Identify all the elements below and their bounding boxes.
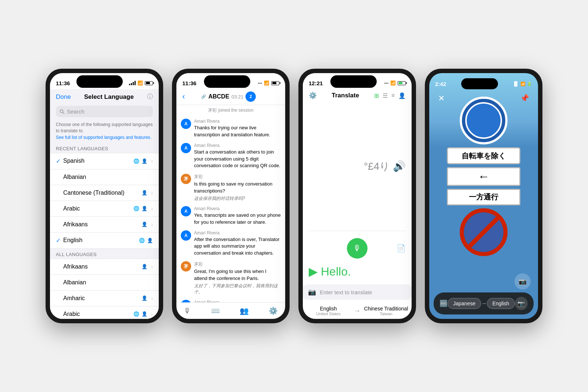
chat-text: Thanks for trying our new live transcrip… [194, 125, 281, 139]
info-button[interactable]: ⓘ [147, 93, 153, 101]
language-name: Afrikaans [63, 221, 141, 228]
svg-point-2 [466, 103, 501, 138]
phone2-time: 11:36 [182, 80, 196, 86]
source-lang-pill[interactable]: Japanese [448, 298, 481, 309]
keyboard-icon[interactable]: ⌨️ [211, 306, 220, 315]
language-name: English [63, 237, 139, 244]
phone1-status-icons: 📶 [129, 80, 153, 86]
camera-background: 自転車を除く ← 一方通行 📷 [429, 73, 538, 319]
phones-container: 11:36 📶 Done Se [31, 54, 557, 338]
phone2-toolbar: 🎙 ⌨️ 👥 ⚙️ [176, 302, 285, 319]
person-icon: 👤 [141, 264, 147, 269]
all-lang-item[interactable]: Afrikaans 👤 › [50, 259, 159, 275]
chat-text: Start a conversation ask others to join … [194, 149, 281, 170]
translate-input[interactable]: Enter text to translate [320, 289, 406, 295]
close-button[interactable]: ✕ [438, 94, 445, 103]
camera-btn-overlay[interactable]: 📷 [514, 273, 531, 289]
all-lang-item[interactable]: Arabic 🌐 👤 › [50, 306, 159, 319]
supported-languages-link[interactable]: See full list of supported languages and… [50, 135, 159, 143]
recent-lang-item[interactable]: ✓ Spanish 🌐 👤 › [50, 153, 159, 169]
recent-lang-item[interactable]: Albanian [50, 169, 159, 185]
pin-button[interactable]: 📌 [520, 94, 529, 103]
recent-languages-group: ✓ Spanish 🌐 👤 › Albanian Cantonese (Trad… [50, 153, 159, 249]
recent-lang-item[interactable]: ✓ English 🌐 👤 [50, 233, 159, 249]
phone3-status-bar: 12:21 ••• 📶 [303, 73, 412, 89]
chat-sender: Amari Rivera [194, 143, 281, 148]
phone3-title: Translate [332, 92, 359, 99]
phone1: 11:36 📶 Done Se [46, 69, 163, 323]
phone3-input-area[interactable]: 📷 Enter text to translate [303, 284, 412, 300]
settings-icon[interactable]: ⚙️ [269, 306, 278, 315]
phone1-header: Done Select Language ⓘ [50, 89, 159, 103]
battery-icon [398, 81, 406, 85]
phone4-screen: 自転車を除く ← 一方通行 📷 [429, 73, 538, 319]
microphone-button[interactable]: 🎙 [347, 238, 368, 259]
chat-message: A Amari Rivera Oh, you're heading to Par… [181, 300, 281, 302]
play-icon[interactable]: ▶ [309, 265, 318, 278]
phone2: 11:36 ••• 📶 ‹ 🔗 ABCDE 03:21 [172, 69, 290, 323]
conv-id: ABCDE [208, 93, 229, 100]
swap-language-icon[interactable]: → [354, 307, 361, 315]
chevron-right-icon: › [151, 264, 153, 270]
phone1-search-container: Search [50, 103, 159, 120]
chevron-right-icon: › [151, 295, 153, 301]
chat-list: A Amari Rivera Thanks for trying our new… [176, 116, 285, 302]
all-lang-item[interactable]: Amharic 👤 › [50, 291, 159, 306]
phone3-mic-area: 🎙 📄 [309, 235, 406, 263]
lang-feature-icons: 👤 › [141, 264, 153, 270]
grid-icon[interactable]: ⊞ [374, 92, 379, 99]
list-icon[interactable]: ☰ [383, 92, 388, 99]
chat-sender: 茅彩 [194, 261, 281, 267]
chat-message: 茅 茅彩 Is this going to save my conversati… [181, 174, 281, 202]
details-icon[interactable]: ≡ [391, 92, 395, 99]
joined-message: 茅彩 joined the session [176, 105, 285, 116]
target-language-button[interactable]: Chinese Traditional Taiwan [361, 306, 412, 316]
pages-icon[interactable]: 📄 [397, 244, 406, 253]
chat-avatar: 茅 [181, 174, 191, 184]
chat-avatar: 茅 [181, 261, 191, 271]
phone3-lang-bar: English United States → Chinese Traditio… [303, 303, 412, 319]
person-icon: 👤 [147, 238, 153, 243]
globe-icon: 🌐 [133, 311, 139, 317]
phone1-subtitle: Choose one of the following supported la… [50, 120, 159, 135]
chat-msg-body: Amari Rivera After the conversation is o… [194, 230, 281, 257]
lang-feature-icons: 🌐 👤 › [133, 158, 153, 164]
search-icon [60, 109, 65, 114]
phone2-conv-header: ‹ 🔗 ABCDE 03:21 2 [176, 89, 285, 105]
conv-time: 03:21 [232, 94, 244, 100]
language-name: Cantonese (Traditional) [63, 190, 141, 196]
signal-icon: ▐▌ [513, 81, 519, 86]
search-box[interactable]: Search [56, 106, 153, 117]
phone3-source-text: °£4り 🔊 [364, 159, 406, 173]
camera-mode-button[interactable]: 📷 [515, 297, 528, 310]
participants-icon[interactable]: 👥 [240, 306, 249, 315]
target-lang-pill[interactable]: English [487, 298, 515, 309]
phone1-status-bar: 11:36 📶 [50, 73, 159, 89]
done-button[interactable]: Done [56, 93, 71, 101]
language-name: Arabic [63, 311, 133, 317]
phone3-time: 12:21 [309, 80, 323, 86]
phone4: 自転車を除く ← 一方通行 📷 [425, 69, 542, 323]
camera-icon[interactable]: 📷 [308, 288, 316, 296]
all-lang-item[interactable]: Albanian [50, 275, 159, 291]
language-name: Albanian [63, 279, 153, 286]
phone3-dynamic-island [330, 75, 377, 88]
chat-message: 茅 茅彩 Great, I'm going to use this when I… [181, 261, 281, 295]
lang-feature-icons: 👤 › [141, 295, 153, 301]
sign-text-1: 自転車を除く [455, 151, 513, 160]
recent-lang-item[interactable]: Cantonese (Traditional) 👤 › [50, 185, 159, 201]
person-icon[interactable]: 👤 [398, 92, 406, 99]
person-icon: 👤 [141, 206, 147, 211]
settings-icon[interactable]: ⚙️ [309, 91, 317, 100]
recent-lang-item[interactable]: Arabic 🌐 👤 › [50, 201, 159, 217]
chat-text: Great, I'm going to use this when I atte… [194, 268, 281, 282]
phone1-title: Select Language [84, 93, 134, 101]
chat-text: After the conversation is over, Translat… [194, 236, 281, 257]
checkmark-icon: ✓ [56, 237, 63, 244]
recent-lang-item[interactable]: Afrikaans 👤 › [50, 217, 159, 233]
back-button[interactable]: ‹ [182, 92, 185, 101]
source-language-button[interactable]: English United States [303, 306, 354, 316]
conv-avatar: 2 [245, 91, 256, 102]
phone3-screen: 12:21 ••• 📶 ⚙️ Translate ⊞ ☰ ≡ [303, 73, 412, 319]
microphone-icon[interactable]: 🎙 [184, 307, 191, 315]
